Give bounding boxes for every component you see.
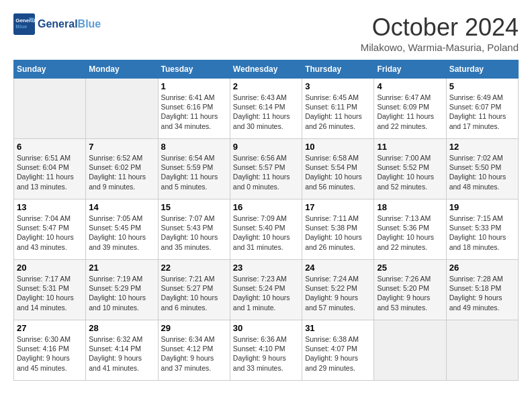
calendar-cell: 20Sunrise: 7:17 AM Sunset: 5:31 PM Dayli… [14,260,86,320]
day-number: 7 [89,142,154,152]
day-number: 3 [305,81,371,91]
day-info: Sunrise: 7:26 AM Sunset: 5:20 PM Dayligh… [377,274,443,312]
calendar-cell: 19Sunrise: 7:15 AM Sunset: 5:33 PM Dayli… [446,199,518,260]
weekday-header: Saturday [446,60,518,79]
day-number: 14 [89,202,154,212]
day-number: 29 [161,323,227,333]
day-info: Sunrise: 6:52 AM Sunset: 6:02 PM Dayligh… [89,153,154,191]
day-number: 6 [17,142,83,152]
day-info: Sunrise: 7:19 AM Sunset: 5:29 PM Dayligh… [89,274,154,312]
calendar-cell: 28Sunrise: 6:32 AM Sunset: 4:14 PM Dayli… [86,320,158,381]
day-info: Sunrise: 6:56 AM Sunset: 5:57 PM Dayligh… [233,153,299,191]
day-info: Sunrise: 6:32 AM Sunset: 4:14 PM Dayligh… [89,334,154,373]
day-number: 23 [233,263,299,273]
day-info: Sunrise: 6:58 AM Sunset: 5:54 PM Dayligh… [305,153,371,191]
calendar-cell: 12Sunrise: 7:02 AM Sunset: 5:50 PM Dayli… [446,139,518,199]
calendar-cell: 14Sunrise: 7:05 AM Sunset: 5:45 PM Dayli… [86,199,158,260]
day-number: 15 [161,202,227,212]
day-info: Sunrise: 7:07 AM Sunset: 5:43 PM Dayligh… [161,214,227,252]
calendar-week-row: 13Sunrise: 7:04 AM Sunset: 5:47 PM Dayli… [14,199,519,260]
calendar-week-row: 20Sunrise: 7:17 AM Sunset: 5:31 PM Dayli… [14,260,519,320]
day-number: 22 [161,263,227,273]
calendar-cell: 3Sunrise: 6:45 AM Sunset: 6:11 PM Daylig… [302,79,374,139]
calendar-cell [374,320,446,381]
day-info: Sunrise: 6:30 AM Sunset: 4:16 PM Dayligh… [17,334,83,373]
weekday-header: Sunday [14,60,86,79]
day-number: 17 [305,202,371,212]
day-info: Sunrise: 6:49 AM Sunset: 6:07 PM Dayligh… [449,93,515,131]
day-info: Sunrise: 7:17 AM Sunset: 5:31 PM Dayligh… [17,274,83,312]
calendar-cell: 10Sunrise: 6:58 AM Sunset: 5:54 PM Dayli… [302,139,374,199]
day-number: 31 [305,323,371,333]
weekday-header: Friday [374,60,446,79]
day-number: 28 [89,323,154,333]
day-info: Sunrise: 6:51 AM Sunset: 6:04 PM Dayligh… [17,153,83,191]
day-number: 11 [377,142,443,152]
title-block: October 2024 Milakowo, Warmia-Masuria, P… [361,13,519,53]
logo: General Blue GeneralBlue [13,13,101,35]
calendar-cell [86,79,158,139]
day-info: Sunrise: 6:34 AM Sunset: 4:12 PM Dayligh… [161,334,227,373]
calendar-cell: 29Sunrise: 6:34 AM Sunset: 4:12 PM Dayli… [158,320,230,381]
calendar-cell: 2Sunrise: 6:43 AM Sunset: 6:14 PM Daylig… [230,79,302,139]
weekday-header: Tuesday [158,60,230,79]
calendar-cell: 13Sunrise: 7:04 AM Sunset: 5:47 PM Dayli… [14,199,86,260]
calendar-cell [14,79,86,139]
day-info: Sunrise: 6:38 AM Sunset: 4:07 PM Dayligh… [305,334,371,373]
day-number: 18 [377,202,443,212]
day-info: Sunrise: 6:41 AM Sunset: 6:16 PM Dayligh… [161,93,227,131]
calendar-body: 1Sunrise: 6:41 AM Sunset: 6:16 PM Daylig… [14,79,519,381]
day-number: 10 [305,142,371,152]
calendar-week-row: 27Sunrise: 6:30 AM Sunset: 4:16 PM Dayli… [14,320,519,381]
day-number: 4 [377,81,443,91]
day-info: Sunrise: 7:02 AM Sunset: 5:50 PM Dayligh… [449,153,515,191]
calendar-cell: 11Sunrise: 7:00 AM Sunset: 5:52 PM Dayli… [374,139,446,199]
day-info: Sunrise: 6:43 AM Sunset: 6:14 PM Dayligh… [233,93,299,131]
calendar-cell: 1Sunrise: 6:41 AM Sunset: 6:16 PM Daylig… [158,79,230,139]
calendar-week-row: 6Sunrise: 6:51 AM Sunset: 6:04 PM Daylig… [14,139,519,199]
day-info: Sunrise: 7:09 AM Sunset: 5:40 PM Dayligh… [233,214,299,252]
calendar-week-row: 1Sunrise: 6:41 AM Sunset: 6:16 PM Daylig… [14,79,519,139]
day-number: 20 [17,263,83,273]
calendar-cell: 31Sunrise: 6:38 AM Sunset: 4:07 PM Dayli… [302,320,374,381]
day-number: 27 [17,323,83,333]
weekday-header: Wednesday [230,60,302,79]
calendar-cell: 6Sunrise: 6:51 AM Sunset: 6:04 PM Daylig… [14,139,86,199]
location-subtitle: Milakowo, Warmia-Masuria, Poland [361,42,519,53]
day-number: 1 [161,81,227,91]
day-info: Sunrise: 7:15 AM Sunset: 5:33 PM Dayligh… [449,214,515,252]
day-info: Sunrise: 7:23 AM Sunset: 5:24 PM Dayligh… [233,274,299,312]
calendar-header: SundayMondayTuesdayWednesdayThursdayFrid… [14,60,519,79]
calendar-cell [446,320,518,381]
calendar-cell: 15Sunrise: 7:07 AM Sunset: 5:43 PM Dayli… [158,199,230,260]
svg-text:Blue: Blue [15,24,28,30]
day-number: 5 [449,81,515,91]
day-number: 12 [449,142,515,152]
calendar-cell: 25Sunrise: 7:26 AM Sunset: 5:20 PM Dayli… [374,260,446,320]
day-number: 9 [233,142,299,152]
calendar-cell: 23Sunrise: 7:23 AM Sunset: 5:24 PM Dayli… [230,260,302,320]
day-info: Sunrise: 6:45 AM Sunset: 6:11 PM Dayligh… [305,93,371,131]
calendar-cell: 5Sunrise: 6:49 AM Sunset: 6:07 PM Daylig… [446,79,518,139]
day-info: Sunrise: 7:04 AM Sunset: 5:47 PM Dayligh… [17,214,83,252]
logo-text: GeneralBlue [38,18,101,30]
day-number: 21 [89,263,154,273]
calendar-cell: 22Sunrise: 7:21 AM Sunset: 5:27 PM Dayli… [158,260,230,320]
day-info: Sunrise: 7:11 AM Sunset: 5:38 PM Dayligh… [305,214,371,252]
day-info: Sunrise: 6:54 AM Sunset: 5:59 PM Dayligh… [161,153,227,191]
day-number: 16 [233,202,299,212]
calendar-cell: 16Sunrise: 7:09 AM Sunset: 5:40 PM Dayli… [230,199,302,260]
calendar-cell: 4Sunrise: 6:47 AM Sunset: 6:09 PM Daylig… [374,79,446,139]
month-title: October 2024 [361,13,519,42]
calendar-cell: 26Sunrise: 7:28 AM Sunset: 5:18 PM Dayli… [446,260,518,320]
calendar-cell: 30Sunrise: 6:36 AM Sunset: 4:10 PM Dayli… [230,320,302,381]
day-number: 2 [233,81,299,91]
calendar-cell: 8Sunrise: 6:54 AM Sunset: 5:59 PM Daylig… [158,139,230,199]
calendar-table: SundayMondayTuesdayWednesdayThursdayFrid… [13,60,519,381]
day-number: 13 [17,202,83,212]
day-info: Sunrise: 7:28 AM Sunset: 5:18 PM Dayligh… [449,274,515,312]
day-info: Sunrise: 6:47 AM Sunset: 6:09 PM Dayligh… [377,93,443,131]
calendar-cell: 24Sunrise: 7:24 AM Sunset: 5:22 PM Dayli… [302,260,374,320]
day-number: 30 [233,323,299,333]
calendar-cell: 9Sunrise: 6:56 AM Sunset: 5:57 PM Daylig… [230,139,302,199]
